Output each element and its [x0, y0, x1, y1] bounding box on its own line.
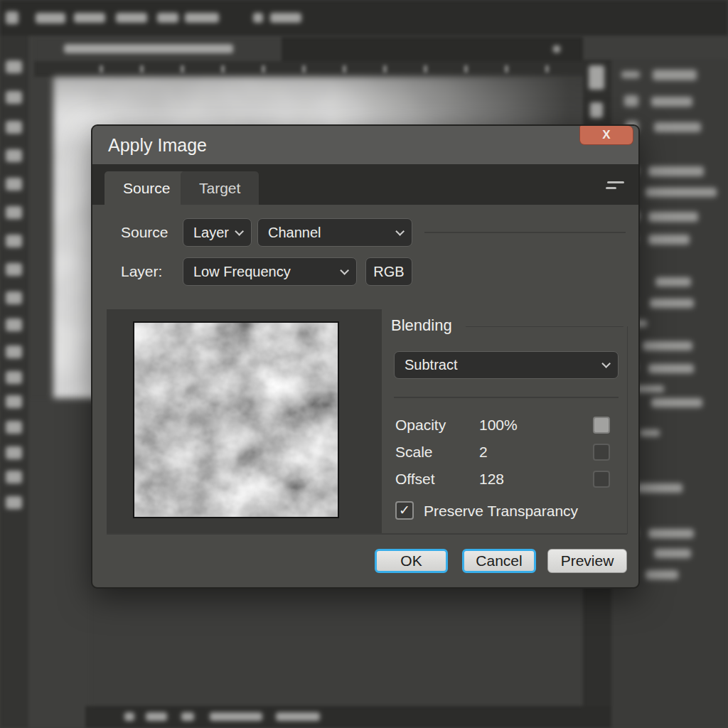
- dialog-titlebar[interactable]: Apply Image X: [92, 126, 638, 164]
- tool-icon[interactable]: [6, 149, 22, 162]
- panel-menu-icon[interactable]: [606, 181, 624, 190]
- source-label: Source: [121, 218, 168, 247]
- scale-checkbox[interactable]: [593, 444, 610, 461]
- document-tab[interactable]: [34, 37, 282, 61]
- status-item: [210, 712, 262, 721]
- divider: [466, 326, 623, 327]
- tool-icon[interactable]: [6, 496, 22, 509]
- blend-mode-value: Subtract: [405, 357, 457, 373]
- tool-icon[interactable]: [6, 60, 22, 73]
- divider: [424, 232, 626, 233]
- preview-button-label: Preview: [548, 550, 626, 572]
- panel-row-text: [643, 341, 692, 350]
- opacity-value: 100%: [479, 414, 518, 437]
- preserve-transparency-checkbox[interactable]: ✓: [395, 501, 414, 520]
- preview-image: [133, 321, 339, 518]
- status-item: [124, 712, 134, 721]
- tool-icon[interactable]: [6, 346, 22, 358]
- check-icon: ✓: [399, 503, 410, 518]
- panel-row-text: [637, 483, 682, 493]
- tool-icon[interactable]: [6, 291, 22, 304]
- tool-icon[interactable]: [6, 371, 22, 384]
- close-button[interactable]: X: [579, 126, 633, 145]
- menu-bar: [0, 0, 728, 36]
- divider: [394, 397, 619, 398]
- panel-row-text: [648, 166, 704, 176]
- source-select-value: Layer: [193, 225, 229, 241]
- panel-row-text: [654, 122, 701, 132]
- dialog-title: Apply Image: [108, 126, 207, 164]
- tool-icon[interactable]: [6, 395, 22, 408]
- ok-button-label: OK: [377, 551, 446, 571]
- panel-row-icon: [624, 95, 638, 107]
- panel-row-text: [648, 364, 694, 373]
- tab-source[interactable]: Source: [105, 171, 189, 205]
- panel-icon[interactable]: [589, 65, 604, 90]
- tool-icon[interactable]: [6, 318, 22, 331]
- tool-icon[interactable]: [6, 178, 22, 191]
- panel-row-icon: [621, 71, 640, 78]
- panel-row-text: [648, 212, 698, 222]
- left-pane: [28, 398, 91, 728]
- preserve-transparency-label: Preserve Transparancy: [424, 501, 578, 521]
- rgb-channel-button[interactable]: RGB: [365, 257, 412, 286]
- ruler-ticks: [63, 65, 583, 73]
- status-item: [276, 712, 320, 721]
- panel-row-text: [648, 235, 690, 245]
- tab-source-label: Source: [123, 180, 171, 197]
- panel-row-text: [646, 570, 678, 579]
- scale-label: Scale: [395, 441, 477, 464]
- tool-icon[interactable]: [6, 446, 22, 459]
- layer-label: Layer:: [121, 257, 162, 286]
- panel-row-text: [636, 385, 664, 392]
- tab-target[interactable]: Target: [181, 171, 259, 205]
- panel-icon[interactable]: [590, 102, 603, 118]
- chevron-down-icon: [601, 359, 611, 368]
- preview-panel: [107, 309, 382, 533]
- horizontal-ruler: [34, 61, 583, 77]
- opacity-label: Opacity: [395, 414, 477, 437]
- menu-item[interactable]: [157, 13, 178, 23]
- source-select[interactable]: Layer: [183, 218, 252, 247]
- chevron-down-icon: [395, 227, 405, 236]
- menu-bar-line: [606, 187, 616, 189]
- group-border: [627, 326, 628, 534]
- tool-icon[interactable]: [6, 121, 22, 134]
- panel-row-text: [640, 429, 660, 437]
- blending-heading: Blending: [391, 316, 452, 335]
- ok-button[interactable]: OK: [375, 549, 448, 573]
- tool-icon[interactable]: [6, 263, 22, 276]
- preview-button[interactable]: Preview: [547, 549, 627, 573]
- tab-row-icon: [553, 46, 560, 53]
- tool-icon[interactable]: [6, 206, 22, 219]
- document-tab-row: [34, 37, 583, 61]
- dialog-tabstrip: Source Target: [92, 164, 638, 205]
- menu-item[interactable]: [116, 13, 147, 23]
- status-item: [146, 712, 167, 721]
- tool-icon[interactable]: [6, 471, 22, 483]
- offset-label: Offset: [395, 468, 477, 491]
- offset-checkbox[interactable]: [593, 471, 610, 488]
- apply-image-dialog: Apply Image X Source Target Source Layer…: [91, 124, 640, 589]
- layer-select[interactable]: Low Frequency: [183, 257, 357, 286]
- divider: [107, 533, 627, 535]
- blend-mode-select[interactable]: Subtract: [394, 351, 619, 379]
- cancel-button[interactable]: Cancel: [462, 549, 536, 573]
- channel-select[interactable]: Channel: [257, 218, 412, 247]
- layer-select-value: Low Frequency: [193, 264, 291, 280]
- opacity-checkbox[interactable]: [593, 417, 610, 434]
- tool-icon[interactable]: [6, 91, 22, 104]
- menu-item[interactable]: [36, 13, 65, 23]
- menu-bar-line: [607, 181, 624, 183]
- menu-item[interactable]: [185, 13, 219, 23]
- tool-icon[interactable]: [6, 421, 22, 434]
- offset-value: 128: [479, 468, 504, 491]
- menu-item[interactable]: [270, 13, 301, 23]
- tool-icon[interactable]: [6, 235, 22, 247]
- rgb-channel-label: RGB: [373, 264, 404, 279]
- panel-row-text: [651, 97, 692, 107]
- panel-row-text: [651, 398, 702, 407]
- document-tab-title: [64, 44, 233, 53]
- app-logo-icon: [6, 11, 18, 24]
- menu-item[interactable]: [74, 13, 105, 23]
